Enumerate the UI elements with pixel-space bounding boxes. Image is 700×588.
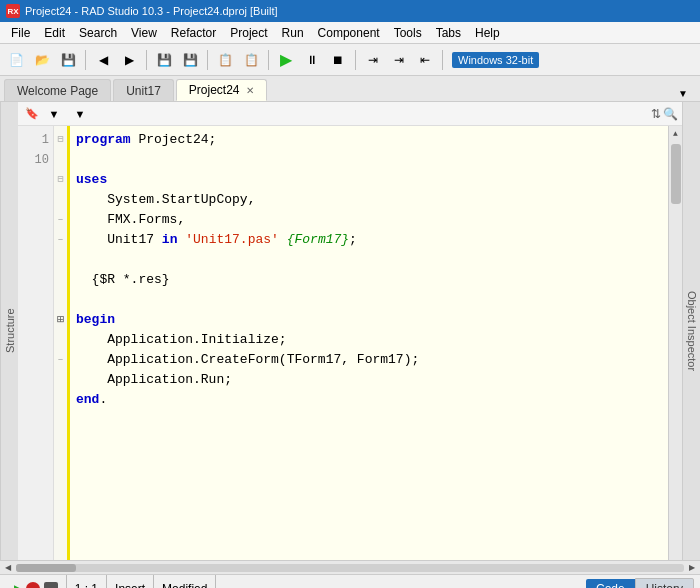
status-tabs: Code History [586,578,694,589]
tab-project24-close[interactable]: ✕ [246,85,254,96]
menu-search[interactable]: Search [72,24,124,42]
code-tab-btn[interactable]: Code [586,579,635,589]
history-tab-btn[interactable]: History [635,578,694,589]
cursor-position: 1 : 1 [75,582,98,589]
menu-component[interactable]: Component [311,24,387,42]
code-editor[interactable]: 1 10 ⊟ ⊟ [18,126,682,560]
scroll-track[interactable] [16,564,684,572]
object-inspector-sidebar[interactable]: Object Inspector [682,102,700,560]
line-numbers: 1 10 [18,126,54,560]
scroll-left-btn[interactable]: ◀ [2,562,14,574]
menu-view[interactable]: View [124,24,164,42]
step2-btn[interactable]: ⇥ [387,48,411,72]
line-num-1: 1 [18,130,53,150]
collapse-1: ⊟ [57,130,63,150]
toolbar: 📄 📂 💾 ◀ ▶ 💾 💾 📋 📋 ▶ ⏸ ⏹ ⇥ ⇥ ⇤ Windows 32… [0,44,700,76]
collapse-5[interactable]: – [57,210,63,230]
status-mode: Insert [107,575,154,588]
hscroll-thumb[interactable] [16,564,76,572]
collapse-12[interactable]: – [57,350,63,370]
structure-sidebar[interactable]: Structure [0,102,18,560]
object-inspector-label: Object Inspector [686,291,698,371]
horizontal-scrollbar[interactable]: ◀ ▶ [0,560,700,574]
editor-toolbar: 🔖 ▼ ▼ ⇅ 🔍 [18,102,682,126]
main-area: Structure 🔖 ▼ ▼ ⇅ 🔍 1 [0,102,700,560]
windows-badge: Windows 32-bit [452,52,539,68]
expand-10: ⊞ [57,310,64,330]
collapse-6[interactable]: – [57,230,63,250]
save-btn[interactable]: 💾 [56,48,80,72]
sep1 [85,50,86,70]
pause-btn[interactable]: ⏸ [300,48,324,72]
stop-dot[interactable] [26,582,40,589]
titlebar: RX Project24 - RAD Studio 10.3 - Project… [0,0,700,22]
tab-project24-label: Project24 [189,83,240,97]
tab-welcome[interactable]: Welcome Page [4,79,111,101]
scroll-up-btn[interactable]: ▲ [669,126,683,140]
menu-help[interactable]: Help [468,24,507,42]
gutter-6: – [54,230,67,250]
scroll-right-btn[interactable]: ▶ [686,562,698,574]
back-btn[interactable]: ◀ [91,48,115,72]
gutter-10[interactable]: ⊞ [54,310,67,330]
stop-btn[interactable]: ⏹ [326,48,350,72]
code-content[interactable]: program Project24; uses System.StartUpCo… [70,126,668,560]
menu-tabs[interactable]: Tabs [429,24,468,42]
app-icon: RX [6,4,20,18]
menu-edit[interactable]: Edit [37,24,72,42]
ed-bookmark-btn[interactable]: 🔖 [22,104,42,124]
tab-unit17-label: Unit17 [126,84,161,98]
step-btn[interactable]: ⇥ [361,48,385,72]
paste-btn[interactable]: 📋 [239,48,263,72]
tab-unit17[interactable]: Unit17 [113,79,174,101]
sep3 [207,50,208,70]
collapse-3[interactable]: ⊟ [57,170,63,190]
menubar: File Edit Search View Refactor Project R… [0,22,700,44]
status-state: Modified [154,575,216,588]
gutter-5: – [54,210,67,230]
modified-state: Modified [162,582,207,589]
forward-btn[interactable]: ▶ [117,48,141,72]
new-btn[interactable]: 📄 [4,48,28,72]
ed-nav-arrows: ⇅ [651,107,661,121]
gutter-14 [54,390,67,410]
run-btn[interactable]: ▶ [274,48,298,72]
editor-container: 🔖 ▼ ▼ ⇅ 🔍 1 10 [18,102,682,560]
menu-project[interactable]: Project [223,24,274,42]
gutter-8 [54,270,67,290]
copy-btn[interactable]: 📋 [213,48,237,72]
search-icon: 🔍 [663,107,678,121]
gutter-11 [54,330,67,350]
insert-mode: Insert [115,582,145,589]
menu-file[interactable]: File [4,24,37,42]
vertical-scrollbar[interactable]: ▲ [668,126,682,560]
menu-tools[interactable]: Tools [387,24,429,42]
save2-btn[interactable]: 💾 [152,48,176,72]
gutter-1[interactable]: ⊟ [54,130,67,150]
ed-nav-dropdown-btn[interactable]: ▼ [70,104,90,124]
status-position: 1 : 1 [67,575,107,588]
structure-label: Structure [4,309,16,354]
ed-dropdown-btn[interactable]: ▼ [44,104,64,124]
menu-refactor[interactable]: Refactor [164,24,223,42]
scroll-thumb[interactable] [671,144,681,204]
gutter-13 [54,370,67,390]
status-controls: ▶ [6,575,67,588]
gutter-9 [54,290,67,310]
tabbar: Welcome Page Unit17 Project24 ✕ ▼ [0,76,700,102]
tab-project24[interactable]: Project24 ✕ [176,79,267,101]
editor-search: ⇅ 🔍 [651,107,678,121]
open-btn[interactable]: 📂 [30,48,54,72]
square-btn[interactable] [44,582,58,589]
menu-run[interactable]: Run [275,24,311,42]
step3-btn[interactable]: ⇤ [413,48,437,72]
tab-welcome-label: Welcome Page [17,84,98,98]
play-btn[interactable]: ▶ [14,582,23,589]
line-num-10: 10 [18,150,53,170]
sep2 [146,50,147,70]
code-gutter: ⊟ ⊟ – – ⊞ – [54,126,70,560]
gutter-7 [54,250,67,270]
title-text: Project24 - RAD Studio 10.3 - Project24.… [25,5,278,17]
tab-dropdown-btn[interactable]: ▼ [674,86,692,101]
saveas-btn[interactable]: 💾 [178,48,202,72]
